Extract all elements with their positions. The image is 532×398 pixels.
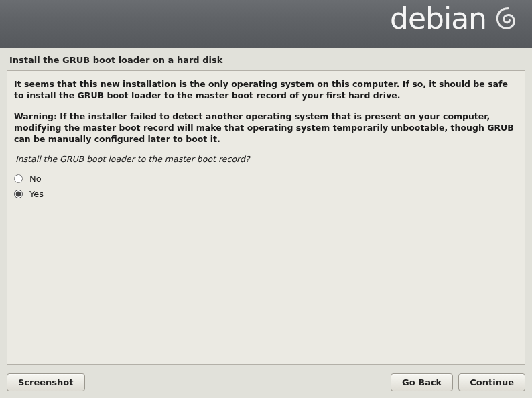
button-bar: Screenshot Go Back Continue	[0, 373, 532, 391]
option-yes[interactable]: Yes	[14, 186, 518, 202]
brand-text: debian	[390, 4, 486, 34]
option-no-label: No	[28, 174, 43, 184]
option-no[interactable]: No	[14, 171, 518, 186]
option-yes-label: Yes	[28, 189, 45, 199]
screenshot-button[interactable]: Screenshot	[7, 373, 85, 391]
go-back-button[interactable]: Go Back	[391, 373, 453, 391]
info-paragraph-2: Warning: If the installer failed to dete…	[14, 111, 518, 145]
page-title: Install the GRUB boot loader on a hard d…	[0, 48, 532, 70]
debian-swirl-icon	[492, 4, 521, 34]
installer-header: debian	[0, 0, 532, 48]
brand-block: debian	[390, 4, 521, 34]
info-paragraph-1: It seems that this new installation is t…	[14, 79, 518, 102]
question-text: Install the GRUB boot loader to the mast…	[14, 154, 518, 164]
radio-no[interactable]	[14, 174, 23, 183]
radio-yes[interactable]	[14, 190, 23, 198]
continue-button[interactable]: Continue	[458, 373, 525, 391]
main-panel: It seems that this new installation is t…	[7, 70, 525, 365]
